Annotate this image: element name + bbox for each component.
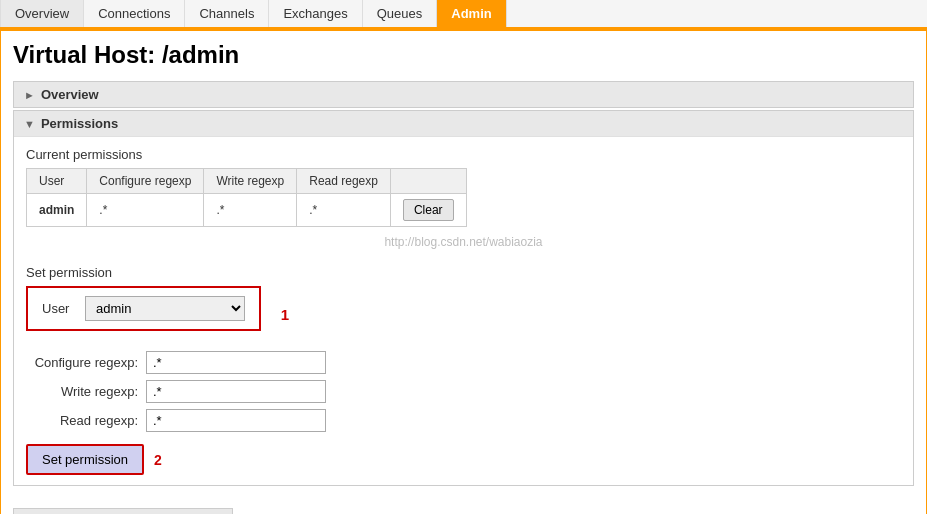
- permissions-table: User Configure regexp Write regexp Read …: [26, 168, 467, 227]
- perm-actions: Clear: [390, 194, 466, 227]
- delete-vhost-section: ► Delete this vhost 3: [13, 508, 233, 514]
- permissions-section: ▼ Permissions Current permissions User C…: [13, 110, 914, 486]
- nav-admin[interactable]: Admin: [437, 0, 506, 27]
- current-permissions-area: Current permissions User Configure regex…: [14, 136, 913, 485]
- configure-regexp-label: Configure regexp:: [26, 355, 146, 370]
- col-user: User: [27, 169, 87, 194]
- col-actions: [390, 169, 466, 194]
- col-write: Write regexp: [204, 169, 297, 194]
- set-permission-user-box: User admin: [26, 286, 261, 331]
- configure-row: Configure regexp:: [26, 351, 901, 374]
- annotation-1: 1: [281, 305, 289, 322]
- read-row: Read regexp:: [26, 409, 901, 432]
- table-row: admin .* .* .* Clear: [27, 194, 467, 227]
- overview-section-header[interactable]: ► Overview: [13, 81, 914, 108]
- nav-queues[interactable]: Queues: [363, 0, 438, 27]
- annotation-2: 2: [154, 452, 162, 468]
- nav-channels[interactable]: Channels: [185, 0, 269, 27]
- watermark-text: http://blog.csdn.net/wabiaozia: [26, 231, 901, 257]
- col-read: Read regexp: [297, 169, 391, 194]
- permissions-arrow-icon: ▼: [24, 118, 35, 130]
- delete-vhost-header[interactable]: ► Delete this vhost: [13, 508, 233, 514]
- write-row: Write regexp:: [26, 380, 901, 403]
- perm-read: .*: [297, 194, 391, 227]
- read-regexp-input[interactable]: [146, 409, 326, 432]
- perm-user: admin: [27, 194, 87, 227]
- set-permission-button[interactable]: Set permission: [26, 444, 144, 475]
- user-label: User: [42, 301, 77, 316]
- current-permissions-label: Current permissions: [26, 147, 901, 162]
- overview-section-label: Overview: [41, 87, 99, 102]
- permissions-section-label: Permissions: [41, 116, 118, 131]
- overview-arrow-icon: ►: [24, 89, 35, 101]
- write-regexp-label: Write regexp:: [26, 384, 146, 399]
- perm-configure: .*: [87, 194, 204, 227]
- nav-connections[interactable]: Connections: [84, 0, 185, 27]
- set-permission-button-area: Set permission 2: [26, 444, 144, 475]
- page-content: Virtual Host: /admin ► Overview ▼ Permis…: [0, 30, 927, 514]
- read-regexp-label: Read regexp:: [26, 413, 146, 428]
- top-navigation: Overview Connections Channels Exchanges …: [0, 0, 927, 30]
- write-regexp-input[interactable]: [146, 380, 326, 403]
- page-title: Virtual Host: /admin: [13, 41, 914, 69]
- nav-exchanges[interactable]: Exchanges: [269, 0, 362, 27]
- perm-write: .*: [204, 194, 297, 227]
- configure-regexp-input[interactable]: [146, 351, 326, 374]
- col-configure: Configure regexp: [87, 169, 204, 194]
- user-select[interactable]: admin: [85, 296, 245, 321]
- permissions-section-header[interactable]: ▼ Permissions: [14, 111, 913, 136]
- clear-button[interactable]: Clear: [403, 199, 454, 221]
- nav-overview[interactable]: Overview: [0, 0, 84, 27]
- set-permission-section-label: Set permission: [26, 265, 901, 280]
